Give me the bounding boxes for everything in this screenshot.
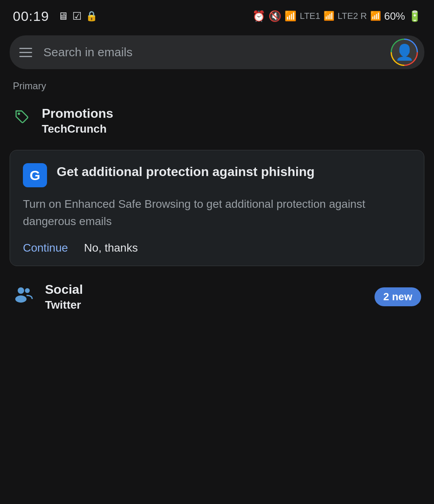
status-right: ⏰ 🔇 📶 LTE1 📶 LTE2 R 📶 60% 🔋	[252, 10, 421, 23]
status-time: 00:19	[13, 8, 49, 24]
lock-icon: 🔒	[86, 10, 98, 22]
search-bar[interactable]: Search in emails 👤	[10, 35, 424, 69]
social-title: Social	[45, 282, 363, 297]
phishing-title: Get additional protection against phishi…	[57, 163, 315, 180]
avatar-inner: 👤	[392, 40, 417, 65]
phishing-header: G Get additional protection against phis…	[23, 163, 411, 187]
status-bar: 00:19 🖥 ☑ 🔒 ⏰ 🔇 📶 LTE1 📶 LTE2 R 📶 60% 🔋	[0, 0, 434, 29]
lte1-icon: LTE1	[300, 11, 320, 21]
no-thanks-button[interactable]: No, thanks	[84, 242, 138, 254]
lte2-icon: LTE2 R	[338, 11, 367, 21]
svg-point-3	[15, 295, 27, 303]
svg-point-0	[18, 113, 20, 115]
mute-icon: 🔇	[268, 10, 281, 23]
signal1-icon: 📶	[323, 11, 334, 21]
continue-button[interactable]: Continue	[23, 242, 68, 254]
social-content: Social Twitter	[45, 282, 363, 311]
promotions-title: Promotions	[42, 106, 421, 121]
promotions-row[interactable]: Promotions TechCrunch	[0, 98, 434, 143]
alarm-icon: ⏰	[252, 10, 265, 23]
avatar-silhouette-icon: 👤	[395, 43, 414, 61]
avatar[interactable]: 👤	[391, 39, 418, 66]
search-placeholder[interactable]: Search in emails	[43, 45, 391, 59]
google-shield-icon: G	[23, 163, 47, 187]
social-row[interactable]: Social Twitter 2 new	[0, 272, 434, 321]
wifi-icon: 📶	[285, 10, 297, 22]
promotions-tag-icon	[13, 108, 31, 127]
phishing-protection-card: G Get additional protection against phis…	[10, 150, 424, 266]
promotions-content: Promotions TechCrunch	[42, 106, 421, 135]
social-subtitle: Twitter	[45, 299, 363, 311]
sim-icon: 🖥	[58, 10, 68, 23]
google-g-letter: G	[30, 168, 40, 183]
svg-point-1	[18, 287, 24, 294]
battery-text: 60%	[384, 10, 405, 23]
signal2-icon: 📶	[370, 11, 381, 21]
status-system-icons: 🖥 ☑ 🔒	[58, 10, 98, 23]
primary-section-label: Primary	[0, 77, 434, 98]
svg-point-2	[25, 288, 30, 293]
phishing-actions: Continue No, thanks	[23, 242, 411, 254]
check-icon: ☑	[72, 10, 82, 23]
status-left: 00:19 🖥 ☑ 🔒	[13, 8, 98, 24]
social-new-badge: 2 new	[375, 287, 421, 306]
battery-icon: 🔋	[408, 10, 421, 23]
hamburger-menu-icon[interactable]	[19, 48, 32, 57]
phishing-description: Turn on Enhanced Safe Browsing to get ad…	[23, 195, 411, 230]
social-icon	[13, 284, 34, 306]
promotions-subtitle: TechCrunch	[42, 123, 421, 135]
